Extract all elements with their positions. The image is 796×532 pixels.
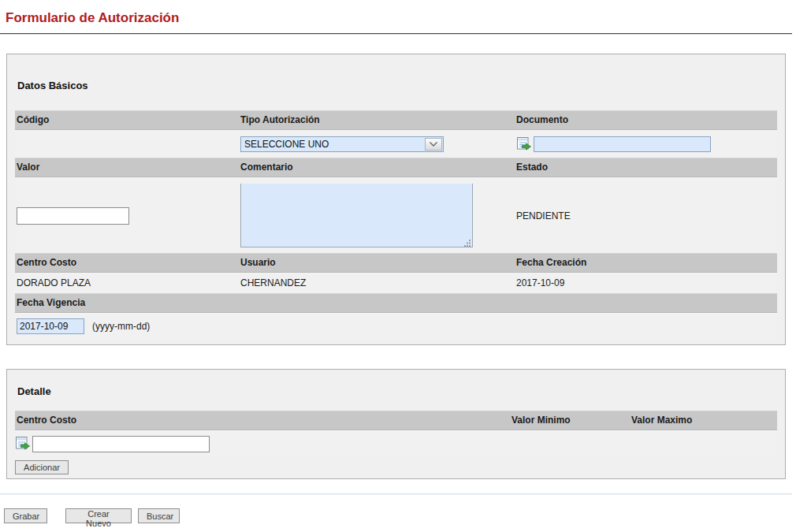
usuario-label: Usuario — [239, 253, 515, 273]
tipo-autorizacion-selected-option: SELECCIONE UNO — [241, 139, 425, 150]
centro-costo-label: Centro Costo — [15, 253, 239, 273]
detalle-centro-costo-lookup-icon[interactable] — [15, 436, 31, 452]
crear-nuevo-button[interactable]: Crear Nuevo — [65, 508, 132, 523]
valor-label: Valor — [15, 158, 239, 177]
detalle-centro-costo-input[interactable] — [32, 436, 210, 452]
header-row-4: Fecha Vigencia — [15, 293, 777, 314]
detalle-panel: Detalle Centro Costo Valor Minimo Valor … — [6, 369, 786, 479]
documento-lookup-icon[interactable] — [516, 136, 532, 152]
detalle-table: Centro Costo Valor Minimo Valor Maximo — [15, 411, 777, 474]
comentario-textarea[interactable] — [240, 184, 473, 247]
authorization-form-page: Formulario de Autorización Datos Básicos… — [0, 0, 796, 532]
title-divider — [0, 33, 792, 35]
datos-basicos-title: Datos Básicos — [17, 80, 777, 91]
fecha-creacion-label: Fecha Creación — [515, 253, 777, 273]
fecha-creacion-value: 2017-10-09 — [515, 273, 777, 293]
estado-label: Estado — [515, 158, 777, 177]
datos-basicos-table: Código Tipo Autorización Documento SELEC… — [15, 110, 777, 338]
detalle-valor-minimo-column: Valor Minimo — [510, 411, 630, 430]
detalle-input-row — [15, 431, 777, 456]
adicionar-button[interactable]: Adicionar — [15, 460, 69, 474]
tipo-autorizacion-label: Tipo Autorización — [239, 110, 515, 130]
usuario-value: CHERNANDEZ — [239, 273, 515, 293]
detalle-centro-costo-column: Centro Costo — [15, 411, 510, 430]
fecha-vigencia-input[interactable] — [17, 318, 84, 334]
documento-label: Documento — [515, 110, 777, 130]
header-row-1: Código Tipo Autorización Documento — [15, 110, 777, 131]
footer-buttons: Grabar Crear Nuevo Buscar — [0, 508, 796, 523]
controls-row-4: (yyyy-mm-dd) — [15, 314, 777, 338]
controls-row-1: SELECCIONE UNO — [15, 131, 777, 158]
controls-row-2: PENDIENTE — [15, 178, 777, 253]
buscar-button[interactable]: Buscar — [138, 508, 180, 523]
centro-costo-value: DORADO PLAZA — [15, 273, 239, 293]
detalle-valor-maximo-column: Valor Maximo — [630, 411, 777, 430]
fecha-vigencia-label: Fecha Vigencia — [15, 293, 777, 313]
chevron-down-icon[interactable] — [425, 138, 442, 151]
datos-basicos-panel: Datos Básicos Código Tipo Autorización D… — [6, 54, 786, 345]
values-row-3: DORADO PLAZA CHERNANDEZ 2017-10-09 — [15, 273, 777, 293]
detalle-title: Detalle — [17, 385, 777, 397]
valor-input[interactable] — [17, 207, 129, 225]
page-title: Formulario de Autorización — [6, 10, 796, 26]
documento-input[interactable] — [534, 136, 711, 152]
header-row-2: Valor Comentario Estado — [15, 158, 777, 178]
fecha-vigencia-format-hint: (yyyy-mm-dd) — [92, 321, 150, 332]
header-row-3: Centro Costo Usuario Fecha Creación — [15, 253, 777, 273]
estado-value: PENDIENTE — [515, 210, 777, 221]
detalle-header-row: Centro Costo Valor Minimo Valor Maximo — [15, 411, 777, 431]
grabar-button[interactable]: Grabar — [4, 508, 47, 523]
comentario-label: Comentario — [239, 158, 515, 177]
tipo-autorizacion-select[interactable]: SELECCIONE UNO — [240, 136, 444, 152]
codigo-label: Código — [15, 110, 239, 130]
footer-divider — [0, 493, 792, 495]
